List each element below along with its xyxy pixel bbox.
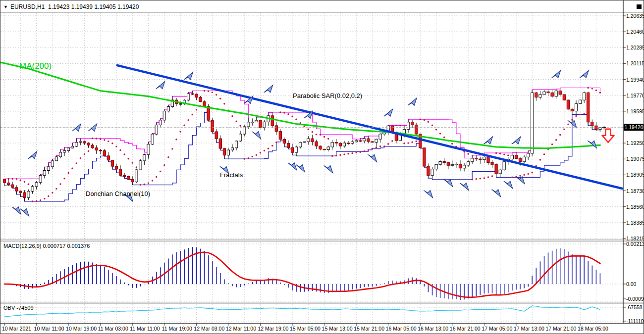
psar-dot [528, 173, 529, 175]
candle [471, 158, 474, 162]
psar-dot [279, 111, 281, 113]
psar-dot [472, 179, 473, 180]
psar-dot [28, 184, 29, 185]
candle [15, 188, 18, 191]
fractal-down-arrow [368, 154, 376, 162]
psar-dot [275, 142, 277, 143]
psar-dot [107, 141, 109, 142]
fractal-down-arrow [252, 132, 261, 139]
candle [579, 100, 582, 103]
psar-dot [372, 148, 373, 149]
candle [155, 125, 158, 134]
psar-dot [248, 157, 249, 159]
psar-dot [331, 155, 333, 157]
macd-signal-line [4, 252, 600, 297]
candle [195, 94, 198, 97]
psar-dot [156, 176, 157, 178]
psar-dot [148, 182, 149, 184]
candle [167, 107, 169, 111]
donchian-label: Donchian Channel(10) [86, 190, 150, 197]
ma200-label: MA(200) [19, 61, 52, 71]
fractal-down-arrow [460, 183, 469, 191]
candle [215, 132, 217, 139]
psar-dot [100, 139, 101, 140]
time-axis-label: 11 Mar 11:00 [130, 326, 160, 332]
candle [219, 139, 221, 148]
psar-dot [360, 151, 361, 153]
psar-dot [167, 156, 169, 158]
psar-dot [36, 200, 37, 202]
psar-dot [63, 178, 65, 179]
symbol-dropdown-icon[interactable]: ▼ [3, 4, 8, 9]
time-axis-label: 16 Mar 21:00 [450, 326, 481, 332]
psar-dot [343, 153, 345, 155]
candle [3, 179, 5, 183]
psar-dot [320, 134, 321, 136]
candle [143, 154, 146, 161]
psar-dot [115, 145, 117, 147]
psar-dot [579, 114, 581, 115]
psar-dot [152, 180, 153, 181]
psar-dot [231, 115, 233, 117]
fractal-up-arrow [264, 85, 273, 93]
psar-dot [335, 155, 337, 156]
candle [599, 128, 601, 130]
psar-dot [11, 178, 13, 180]
candle [559, 91, 561, 95]
psar-dot [483, 177, 485, 179]
psar-dot [368, 149, 369, 151]
psar-dot [244, 158, 245, 159]
candle [315, 142, 318, 146]
candle [491, 163, 493, 165]
sell-signal-arrow[interactable] [602, 129, 614, 143]
candle [455, 164, 457, 165]
psar-dot [84, 153, 85, 155]
candle [47, 167, 50, 171]
price-axis-label: 1.20460 [626, 29, 644, 35]
psar-dot [136, 166, 137, 168]
fractal-down-arrow [504, 181, 513, 189]
psar-dot [519, 175, 521, 177]
candle [223, 148, 225, 155]
candle [123, 175, 126, 176]
candle [427, 166, 429, 176]
axis-corner-icon[interactable] [637, 4, 642, 9]
psar-dot [171, 148, 173, 149]
psar-dot [411, 142, 413, 143]
candle [535, 93, 537, 97]
candle [499, 170, 501, 174]
price-axis-label: 1.19250 [626, 140, 644, 146]
psar-dot [555, 139, 557, 141]
current-price-badge: 1.19420 [624, 124, 644, 131]
fractal-down-arrow [12, 207, 21, 214]
candle [83, 142, 86, 143]
psar-dot [391, 140, 393, 142]
candle [107, 156, 109, 160]
candle [463, 165, 466, 168]
psar-dot [295, 119, 297, 120]
candle [159, 120, 161, 125]
psar-dot [264, 150, 265, 151]
candle [247, 122, 250, 127]
psar-dot [271, 145, 273, 146]
candle [331, 143, 333, 147]
candle [19, 191, 22, 192]
fractal-up-arrow [156, 82, 165, 89]
chart-canvas[interactable] [0, 0, 644, 334]
psar-dot [395, 125, 397, 126]
candle [87, 143, 90, 145]
candle [119, 169, 121, 176]
candle [479, 159, 482, 160]
fractal-down-arrow [324, 165, 333, 173]
fractal-down-arrow [516, 177, 525, 184]
psar-dot [323, 136, 325, 138]
psar-dot [80, 157, 81, 159]
time-axis-label: 15 Mar 13:00 [322, 326, 353, 332]
candle [319, 146, 322, 149]
psar-dot [376, 146, 377, 148]
candle [263, 122, 266, 128]
psar-dot [291, 115, 293, 117]
candle [475, 158, 478, 159]
candle [487, 157, 489, 162]
candle [363, 139, 366, 141]
